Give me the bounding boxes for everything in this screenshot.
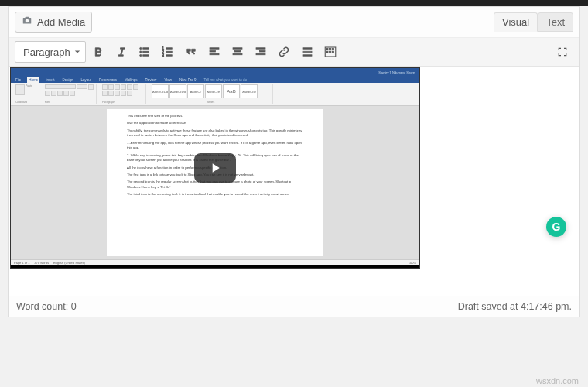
play-icon [207, 160, 223, 176]
tab-visual[interactable]: Visual [494, 12, 538, 32]
svg-rect-19 [260, 51, 266, 53]
svg-point-2 [140, 51, 142, 53]
svg-rect-27 [332, 49, 333, 50]
word-count-label: Word count: 0 [16, 301, 77, 312]
play-button[interactable] [194, 153, 236, 183]
editor-mode-tabs: Visual Text [494, 12, 573, 32]
fullscreen-button[interactable] [552, 41, 573, 63]
svg-rect-20 [256, 53, 265, 55]
svg-rect-25 [326, 49, 328, 50]
editor-status-bar: Word count: 0 Draft saved at 4:17:46 pm. [9, 296, 579, 317]
svg-point-4 [140, 54, 142, 56]
svg-rect-23 [303, 55, 312, 57]
word-ribbon: Paste Clipboard Font [11, 83, 419, 106]
chevron-down-icon [74, 49, 80, 55]
bold-button[interactable] [87, 41, 109, 63]
editor-container: Add Media Visual Text Paragraph 123 [8, 6, 580, 317]
svg-point-0 [140, 47, 142, 49]
numbered-list-button[interactable]: 123 [157, 41, 179, 63]
svg-rect-9 [166, 51, 173, 53]
word-ribbon-tabs: File Home Insert Design Layout Reference… [11, 76, 419, 83]
svg-rect-18 [256, 48, 265, 50]
toolbar-toggle-button[interactable] [320, 41, 341, 63]
link-button[interactable] [273, 41, 295, 63]
svg-rect-29 [330, 51, 331, 53]
word-titlebar: Stanley T Ndumevo Share [11, 68, 419, 76]
svg-rect-12 [210, 48, 219, 50]
align-center-button[interactable] [227, 41, 248, 63]
add-media-label: Add Media [37, 16, 85, 28]
editor-toolbar: Paragraph 123 [9, 38, 579, 67]
grammarly-badge[interactable]: G [546, 217, 566, 237]
editor-content-area[interactable]: Stanley T Ndumevo Share File Home Insert… [9, 67, 579, 296]
svg-rect-7 [166, 48, 173, 50]
camera-music-icon [22, 15, 32, 29]
word-status-bar: Page 1 of 1 470 words English (United St… [11, 259, 419, 265]
add-media-button[interactable]: Add Media [15, 12, 92, 33]
svg-rect-3 [143, 51, 149, 53]
format-select[interactable]: Paragraph [15, 41, 86, 63]
svg-rect-15 [233, 48, 242, 50]
svg-rect-28 [326, 51, 328, 53]
read-more-button[interactable] [296, 41, 318, 63]
svg-rect-14 [210, 53, 219, 55]
svg-rect-11 [166, 55, 173, 57]
svg-rect-1 [143, 48, 149, 50]
svg-rect-30 [332, 51, 333, 53]
align-right-button[interactable] [250, 41, 272, 63]
tab-text[interactable]: Text [538, 12, 573, 32]
svg-rect-16 [234, 51, 241, 53]
align-left-button[interactable] [203, 41, 225, 63]
text-cursor [429, 262, 429, 272]
watermark-text: wsxdn.com [536, 376, 579, 385]
admin-top-bar [0, 0, 588, 6]
word-document-page: This ends the first step of the process.… [107, 109, 323, 256]
svg-rect-5 [143, 55, 149, 57]
svg-text:3: 3 [162, 53, 165, 57]
bullet-list-button[interactable] [134, 41, 156, 63]
svg-rect-13 [210, 51, 216, 53]
svg-rect-26 [330, 49, 331, 50]
word-page-area: This ends the first step of the process.… [11, 106, 419, 259]
svg-rect-21 [303, 48, 312, 50]
svg-rect-17 [233, 53, 242, 55]
svg-rect-22 [303, 51, 312, 53]
draft-saved-label: Draft saved at 4:17:46 pm. [458, 301, 572, 312]
blockquote-button[interactable] [180, 41, 202, 63]
italic-button[interactable] [111, 41, 132, 63]
embedded-video: Stanley T Ndumevo Share File Home Insert… [10, 67, 420, 269]
format-select-value: Paragraph [23, 46, 70, 58]
editor-meta-row: Add Media Visual Text [9, 7, 579, 38]
